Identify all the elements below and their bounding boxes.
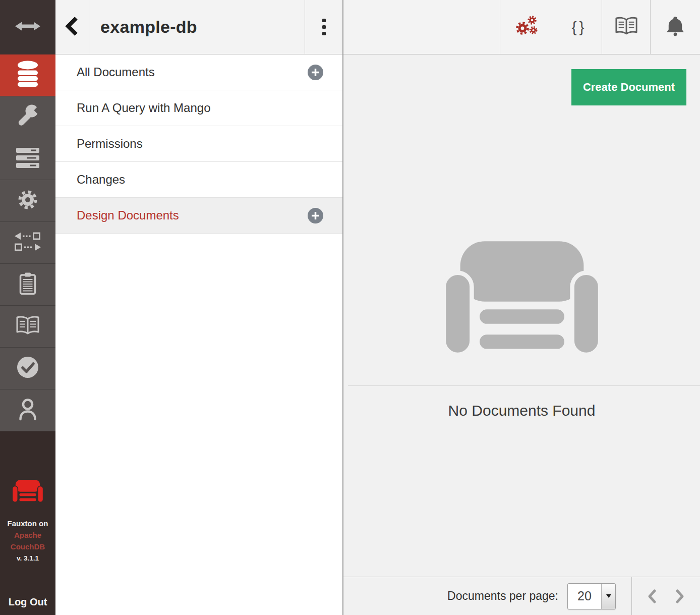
- database-options-menu-button[interactable]: [305, 0, 342, 54]
- notifications-button[interactable]: [650, 0, 700, 54]
- nav-item-label: Permissions: [77, 137, 143, 151]
- plus-circle-icon: [308, 208, 323, 223]
- empty-state-message: No Documents Found: [343, 402, 700, 419]
- pagination-footer: Documents per page: 20: [343, 577, 700, 615]
- kebab-menu-icon: [322, 19, 326, 35]
- create-document-button[interactable]: Create Document: [571, 69, 686, 105]
- plus-circle-icon: [308, 65, 323, 80]
- chevron-left-icon: [64, 15, 80, 40]
- brand-line-apache: Apache: [8, 529, 48, 541]
- sidebar-item-databases[interactable]: [0, 54, 55, 96]
- nav-item-label: All Documents: [77, 65, 155, 79]
- primary-sidebar: Fauxton on Apache CouchDB v. 3.1.1 Log O…: [0, 0, 55, 615]
- database-panel-header: example-db: [55, 0, 342, 54]
- dropdown-arrow-icon: [601, 584, 615, 609]
- nav-item-label: Run A Query with Mango: [77, 101, 210, 115]
- check-circle-icon: [17, 356, 39, 380]
- content-divider: [348, 385, 700, 386]
- json-braces-icon: {}: [569, 19, 587, 36]
- next-page-button[interactable]: [672, 587, 687, 606]
- sidebar-item-active-tasks-servers[interactable]: [0, 138, 55, 180]
- clipboard-icon: [19, 272, 37, 297]
- app-version-info: Fauxton on Apache CouchDB v. 3.1.1: [8, 518, 48, 564]
- person-icon: [18, 398, 37, 423]
- nav-item-design-documents[interactable]: Design Documents: [55, 198, 342, 234]
- back-button[interactable]: [55, 0, 89, 54]
- sidebar-item-documentation[interactable]: [0, 306, 55, 348]
- add-document-button[interactable]: [308, 65, 323, 80]
- database-title: example-db: [89, 0, 305, 54]
- nav-item-permissions[interactable]: Permissions: [55, 126, 342, 162]
- database-icon: [17, 61, 39, 90]
- sidebar-footer: Fauxton on Apache CouchDB v. 3.1.1 Log O…: [0, 431, 55, 615]
- nav-item-changes[interactable]: Changes: [55, 162, 342, 198]
- notifications-bell-icon: [666, 16, 684, 38]
- database-nav-list: All Documents Run A Query with Mango Per…: [55, 54, 342, 234]
- page-nav-controls: [631, 577, 700, 615]
- nav-item-label: Changes: [77, 173, 125, 187]
- database-panel: example-db All Documents Run A Query wit…: [55, 0, 343, 615]
- masthead-toolbar: {}: [343, 0, 700, 54]
- nav-item-mango-query[interactable]: Run A Query with Mango: [55, 90, 342, 126]
- replication-icon: [14, 232, 41, 253]
- chevron-left-icon: [647, 589, 658, 604]
- sidebar-item-verify[interactable]: [0, 348, 55, 389]
- documentation-book-icon: [615, 17, 638, 37]
- gear-icon: [17, 189, 39, 213]
- chevron-right-icon: [674, 589, 685, 604]
- wrench-icon: [16, 104, 39, 130]
- per-page-label: Documents per page:: [447, 589, 558, 603]
- sidebar-item-setup[interactable]: [0, 96, 55, 138]
- brand-line-couchdb: CouchDB: [8, 541, 48, 552]
- server-stack-icon: [16, 148, 39, 170]
- horizontal-resize-arrow-icon: [15, 21, 41, 34]
- per-page-selected-value: 20: [568, 584, 601, 609]
- add-design-document-button[interactable]: [308, 208, 323, 223]
- settings-gears-icon: [515, 15, 539, 39]
- book-icon: [16, 316, 40, 337]
- sidebar-collapse-toggle[interactable]: [0, 0, 55, 54]
- nav-item-all-documents[interactable]: All Documents: [55, 54, 342, 90]
- couch-placeholder-icon: [443, 241, 601, 358]
- nav-item-label: Design Documents: [77, 208, 179, 222]
- brand-line-fauxton: Fauxton on: [8, 518, 48, 529]
- main-content-area: {}: [343, 0, 700, 615]
- sidebar-item-replication[interactable]: [0, 222, 55, 264]
- brand-line-version: v. 3.1.1: [8, 552, 48, 564]
- logout-button[interactable]: Log Out: [9, 596, 47, 608]
- sidebar-item-account[interactable]: [0, 389, 55, 431]
- documentation-button[interactable]: [602, 0, 650, 54]
- settings-button[interactable]: [500, 0, 554, 54]
- per-page-select[interactable]: 20: [567, 583, 616, 609]
- couchdb-couch-logo: [12, 480, 43, 505]
- sidebar-item-active-tasks[interactable]: [0, 264, 55, 306]
- sidebar-item-configuration[interactable]: [0, 180, 55, 222]
- previous-page-button[interactable]: [645, 587, 660, 606]
- per-page-controls: Documents per page: 20: [343, 577, 631, 615]
- json-view-button[interactable]: {}: [554, 0, 602, 54]
